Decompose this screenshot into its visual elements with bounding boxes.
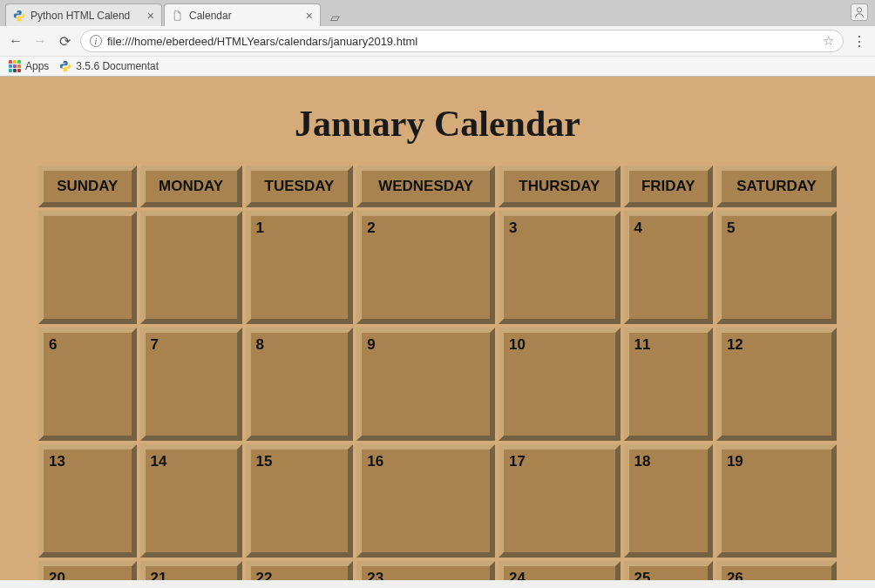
- calendar-day-cell[interactable]: 12: [716, 328, 837, 441]
- calendar-day-cell[interactable]: 24: [499, 561, 621, 580]
- browser-chrome: Python HTML Calend × Calendar × ▱ ← → ⟳ …: [0, 0, 875, 77]
- apps-grid-icon: [9, 60, 21, 72]
- bookmark-python-docs[interactable]: 3.5.6 Documentat: [59, 60, 159, 72]
- user-menu-icon[interactable]: [851, 3, 868, 21]
- svg-point-0: [857, 8, 861, 12]
- file-icon: [172, 10, 184, 22]
- calendar-day-cell[interactable]: 18: [624, 444, 713, 558]
- calendar-table: SUNDAY MONDAY TUESDAY WEDNESDAY THURSDAY…: [35, 162, 840, 580]
- calendar-blank-cell[interactable]: [38, 211, 137, 324]
- calendar-day-cell[interactable]: 22: [246, 561, 354, 580]
- back-button[interactable]: ←: [7, 32, 24, 50]
- calendar-day-cell[interactable]: 26: [716, 561, 837, 580]
- header-saturday: SATURDAY: [716, 166, 837, 207]
- calendar-row: 6789101112: [38, 328, 837, 441]
- url-text: file:///home/eberdeed/HTMLYears/calendar…: [107, 35, 817, 48]
- calendar-day-cell[interactable]: 4: [624, 211, 713, 324]
- calendar-day-cell[interactable]: 15: [246, 444, 354, 558]
- calendar-day-cell[interactable]: 20: [38, 561, 137, 580]
- calendar-day-cell[interactable]: 7: [140, 328, 242, 441]
- calendar-page: January Calendar SUNDAY MONDAY TUESDAY W…: [0, 77, 875, 580]
- tab-bar: Python HTML Calend × Calendar × ▱: [0, 0, 875, 26]
- calendar-row: 20212223242526: [38, 561, 837, 580]
- calendar-day-cell[interactable]: 6: [38, 328, 137, 441]
- calendar-day-cell[interactable]: 10: [499, 328, 621, 441]
- info-icon[interactable]: i: [90, 35, 102, 47]
- calendar-day-cell[interactable]: 25: [624, 561, 713, 580]
- new-tab-button[interactable]: ▱: [326, 9, 343, 26]
- url-bar[interactable]: i file:///home/eberdeed/HTMLYears/calend…: [80, 30, 844, 52]
- header-wednesday: WEDNESDAY: [356, 166, 495, 207]
- calendar-header-row: SUNDAY MONDAY TUESDAY WEDNESDAY THURSDAY…: [38, 166, 837, 207]
- calendar-day-cell[interactable]: 17: [499, 444, 621, 558]
- calendar-day-cell[interactable]: 8: [246, 328, 354, 441]
- header-friday: FRIDAY: [624, 166, 713, 207]
- calendar-day-cell[interactable]: 16: [356, 444, 495, 558]
- close-icon[interactable]: ×: [147, 10, 154, 22]
- calendar-day-cell[interactable]: 2: [356, 211, 495, 324]
- calendar-day-cell[interactable]: 19: [716, 444, 837, 558]
- calendar-title: January Calendar: [35, 103, 840, 145]
- forward-button[interactable]: →: [31, 32, 49, 50]
- tab-calendar[interactable]: Calendar ×: [164, 3, 321, 26]
- menu-button[interactable]: ⋮: [851, 32, 868, 50]
- bookmark-label: 3.5.6 Documentat: [76, 60, 159, 72]
- tab-title: Calendar: [189, 10, 301, 22]
- header-tuesday: TUESDAY: [246, 166, 354, 207]
- calendar-day-cell[interactable]: 21: [140, 561, 242, 580]
- reload-button[interactable]: ⟳: [56, 32, 73, 50]
- bookmarks-bar: Apps 3.5.6 Documentat: [0, 56, 875, 76]
- tab-python-html-calendar[interactable]: Python HTML Calend ×: [5, 3, 162, 26]
- close-icon[interactable]: ×: [306, 10, 313, 22]
- python-icon: [13, 10, 25, 22]
- header-thursday: THURSDAY: [499, 166, 621, 207]
- calendar-row: 12345: [38, 211, 837, 324]
- calendar-row: 13141516171819: [38, 444, 837, 558]
- apps-label: Apps: [25, 60, 49, 72]
- calendar-day-cell[interactable]: 23: [356, 561, 495, 580]
- tab-title: Python HTML Calend: [31, 10, 142, 22]
- nav-bar: ← → ⟳ i file:///home/eberdeed/HTMLYears/…: [0, 26, 875, 56]
- apps-shortcut[interactable]: Apps: [9, 60, 49, 72]
- header-sunday: SUNDAY: [38, 166, 137, 207]
- calendar-day-cell[interactable]: 5: [716, 211, 837, 324]
- calendar-day-cell[interactable]: 13: [38, 444, 137, 558]
- calendar-day-cell[interactable]: 9: [356, 328, 495, 441]
- bookmark-star-icon[interactable]: ☆: [823, 33, 834, 49]
- page-viewport[interactable]: January Calendar SUNDAY MONDAY TUESDAY W…: [0, 77, 875, 580]
- calendar-day-cell[interactable]: 3: [499, 211, 621, 324]
- calendar-day-cell[interactable]: 1: [246, 211, 354, 324]
- header-monday: MONDAY: [140, 166, 242, 207]
- calendar-day-cell[interactable]: 11: [624, 328, 713, 441]
- calendar-day-cell[interactable]: 14: [140, 444, 242, 558]
- python-icon: [59, 60, 71, 72]
- calendar-blank-cell[interactable]: [140, 211, 242, 324]
